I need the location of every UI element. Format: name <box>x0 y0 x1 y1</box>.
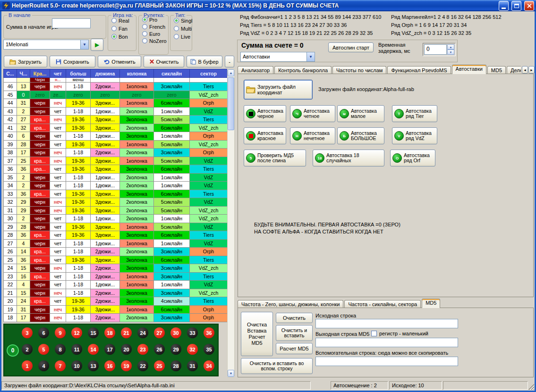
autobet-button-автоставка-18-случайных[interactable]: 18Автоставка 18 случайных <box>313 150 384 167</box>
table-row[interactable]: 2614кра...чет1-182дюжи...2колонка3сиклай… <box>4 248 228 256</box>
table-row[interactable]: 1931черннеч19-363дюжи...1колонка6сиклайн… <box>4 305 228 314</box>
radio-singl[interactable]: Singl <box>174 17 192 24</box>
board-number-25[interactable]: 25 <box>154 360 165 371</box>
tab-функционал-psevdoms[interactable]: Функционал PsevdoMS <box>387 66 451 74</box>
tab-scroll-left-button[interactable]: ◄ <box>522 66 528 74</box>
autobet-button-автоставка-ряд-orf[interactable]: OАвтоставка ряд Orf <box>390 150 435 167</box>
radio-euro[interactable]: Euro <box>142 31 168 37</box>
table-row[interactable]: 2316кра...чет1-182дюжи...1колонка3сиклай… <box>4 272 228 281</box>
autobet-button-автоставка-черное[interactable]: Автоставка черное <box>244 105 286 122</box>
load-coords-file-button[interactable]: Загрузить файл координат <box>244 80 313 100</box>
board-number-32[interactable]: 32 <box>187 344 198 355</box>
autobet-button-автоставка-красное[interactable]: Автоставка красное <box>244 127 286 144</box>
board-number-22[interactable]: 22 <box>137 360 148 371</box>
md5-clear-paste-aux-button[interactable]: Очистить и вставить во вспом. строку <box>241 358 313 374</box>
table-row[interactable]: 352чернчет1-181дюжи...2колонка1сиклайнVd… <box>4 173 228 182</box>
table-row[interactable]: 224чернчет1-181дюжи...1колонка1сиклайнVd… <box>4 281 228 289</box>
board-number-31[interactable]: 31 <box>187 360 198 371</box>
autospin-start-button[interactable]: Автоспин старт <box>328 42 374 52</box>
md5-clear-and-paste-button[interactable]: Очистить и вставить <box>276 325 313 341</box>
radio-multi[interactable]: Multi <box>174 25 192 32</box>
table-row[interactable]: 4132кра...чет19-363дюжи...2колонка6сикла… <box>4 124 228 132</box>
tab-автоставки[interactable]: Автоставки <box>452 65 486 74</box>
bottom-tab-частота-zero-шансы-дюжины-колонки[interactable]: Частота - Zero, шансы, дюжины, колонки <box>238 300 343 308</box>
table-row[interactable]: 2415черннеч1-182дюжи...3колонка3сиклайнV… <box>4 264 228 273</box>
board-number-4[interactable]: 4 <box>38 360 49 371</box>
board-number-18[interactable]: 18 <box>104 327 115 338</box>
maximize-button[interactable] <box>511 1 521 11</box>
table-row[interactable]: 3725кра...неч19-363дюжи...1колонка5сикла… <box>4 157 228 165</box>
board-number-3[interactable]: 3 <box>22 327 33 338</box>
board-number-7[interactable]: 7 <box>55 360 66 371</box>
close-button[interactable] <box>524 1 534 11</box>
bottom-tab-частота-сиклайны-сектора[interactable]: Частота - сиклайны, сектора <box>344 300 421 308</box>
minimize-button[interactable] <box>499 1 509 11</box>
radio-french[interactable]: French <box>142 24 168 30</box>
minus-button[interactable]: - <box>225 56 234 67</box>
table-row[interactable]: 3336кра...чет19-363дюжи...3колонка6сикла… <box>4 190 228 198</box>
resize-grip[interactable] <box>528 384 534 390</box>
table-row[interactable]: 2024кра...чет19-362дюжи...3колонка4сикла… <box>4 297 228 306</box>
tab-md5[interactable]: MD5 <box>487 66 506 74</box>
board-number-8[interactable]: 8 <box>55 344 66 355</box>
board-number-33[interactable]: 33 <box>187 327 198 338</box>
board-number-12[interactable]: 12 <box>71 327 82 338</box>
board-number-34[interactable]: 34 <box>204 360 214 371</box>
copy-buffer-button[interactable]: В буфер <box>187 56 222 67</box>
spinner-down-button[interactable]: ▼ <box>447 50 454 55</box>
board-number-26[interactable]: 26 <box>154 344 165 355</box>
board-number-30[interactable]: 30 <box>170 327 181 338</box>
table-row[interactable]: 3229черннеч19-363дюжи...2колонка5сиклайн… <box>4 198 228 207</box>
source-string-input[interactable] <box>315 319 458 328</box>
scroll-thumb[interactable] <box>228 77 234 130</box>
board-number-17[interactable]: 17 <box>104 344 115 355</box>
scroll-up-button[interactable]: ▲ <box>228 69 234 76</box>
tab-анализатор[interactable]: Анализатор <box>238 66 273 74</box>
play-button[interactable]: ▶ <box>91 39 103 51</box>
autobet-button-проверить-мд5-после-спина[interactable]: 5Проверить МД5 после спина <box>244 150 306 167</box>
table-row[interactable]: 3129черннеч19-363дюжи...2колонка5сиклайн… <box>4 206 228 215</box>
board-number-15[interactable]: 15 <box>88 327 99 338</box>
scroll-down-button[interactable]: ▼ <box>228 370 234 377</box>
board-number-1[interactable]: 1 <box>22 360 33 371</box>
board-number-23[interactable]: 23 <box>137 344 148 355</box>
radio-nozero[interactable]: NoZero <box>142 38 168 44</box>
autobet-button-автоставка-ряд-vdz[interactable]: VАвтоставка ряд VdZ <box>392 127 437 144</box>
autobet-button-автоставка-четное[interactable]: ЧАвтоставка четное <box>290 105 335 122</box>
table-row[interactable]: Чернн...менш <box>4 78 228 83</box>
spins-table[interactable]: С...Ч...Кра...четбольшдюжинаколонкасикла… <box>3 69 228 322</box>
table-row[interactable]: 2836кра...чет19-363дюжи...3колонка6сикла… <box>4 231 228 240</box>
board-number-19[interactable]: 19 <box>121 360 132 371</box>
table-row[interactable]: 450zeroze...zerozerozerozeroVdZ_zch <box>4 91 228 99</box>
table-row[interactable]: 406чернчет1-181дюжи...3колонка1сиклайнOr… <box>4 132 228 141</box>
tab-частоты-по-числам[interactable]: Частоты по числам <box>332 66 386 74</box>
md5-clear-paste-calc-button[interactable]: Очистка Вставка Расчет MD5 <box>241 312 273 356</box>
board-number-5[interactable]: 5 <box>38 344 49 355</box>
table-row[interactable]: 3928чернчет19-363дюжи...1колонка5сиклайн… <box>4 140 228 149</box>
save-button[interactable]: Сохранить <box>50 56 95 67</box>
table-row[interactable]: 4613черннеч1-182дюжи...1колонка3сиклайнT… <box>4 83 228 91</box>
aux-string-input[interactable] <box>315 357 458 366</box>
autobet-button-автоставка-нечетное[interactable]: НАвтоставка нечетное <box>290 127 335 144</box>
board-number-11[interactable]: 11 <box>71 344 82 355</box>
board-number-6[interactable]: 6 <box>38 327 49 338</box>
table-row[interactable]: 3636кра...чет19-363дюжи...3колонка6сикла… <box>4 165 228 174</box>
output-string-input[interactable] <box>315 338 458 347</box>
board-number-28[interactable]: 28 <box>170 360 181 371</box>
radio-bon[interactable]: Bon <box>111 33 136 40</box>
table-row[interactable]: 2536кра...чет19-363дюжи...3колонка6сикла… <box>4 256 228 264</box>
md5-clear-button[interactable]: Очистить <box>276 313 313 323</box>
spinner-up-button[interactable]: ▲ <box>447 44 454 50</box>
board-number-10[interactable]: 10 <box>71 360 82 371</box>
autobet-button-автоставка-ряд-tier[interactable]: ТАвтоставка ряд Tier <box>392 105 437 122</box>
register-checkbox[interactable] <box>371 331 377 336</box>
radio-live[interactable]: Live <box>174 33 192 40</box>
radio-real[interactable]: Real <box>111 17 136 24</box>
table-row[interactable]: 1817черннеч1-182дюжи...2колонка3сиклайнO… <box>4 314 228 322</box>
board-number-27[interactable]: 27 <box>154 327 165 338</box>
tab-контроль-банкролла[interactable]: Контроль банкролла <box>274 66 332 74</box>
preset-combo[interactable]: 1Melonati ▼ <box>3 40 89 50</box>
undo-button[interactable]: Отменить <box>98 56 141 67</box>
table-row[interactable]: 342чернчет1-181дюжи...2колонка1сиклайнVd… <box>4 182 228 190</box>
table-row[interactable]: 302чернчет1-181дюжи...2колонка1сиклайнVd… <box>4 215 228 223</box>
